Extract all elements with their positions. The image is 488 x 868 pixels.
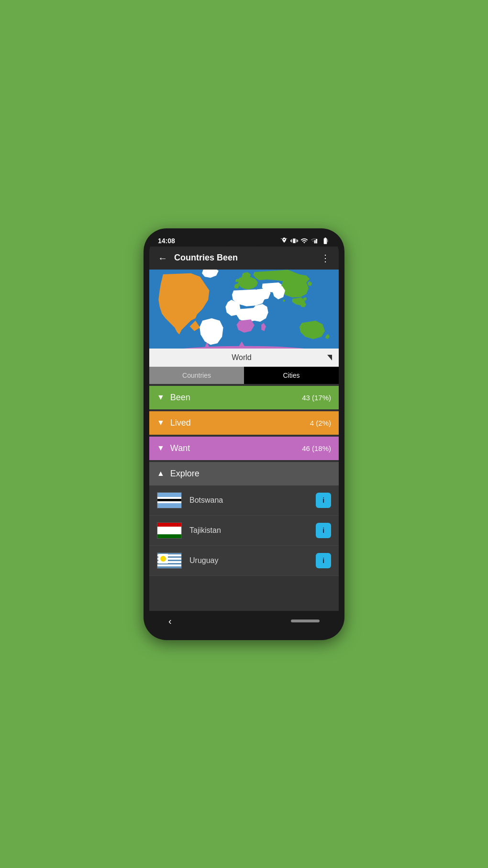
lived-chevron: ▼ (157, 418, 165, 427)
flag-tajikistan (157, 522, 182, 539)
want-count: 46 (18%) (302, 444, 331, 452)
map-svg (149, 270, 339, 349)
been-chevron: ▼ (157, 393, 165, 402)
vibrate-icon (290, 237, 298, 245)
want-chevron: ▼ (157, 444, 165, 452)
world-dropdown-arrow (327, 355, 332, 361)
battery-icon (321, 237, 330, 245)
want-label: Want (170, 443, 302, 453)
app-title: Countries Been (174, 253, 314, 263)
svg-rect-0 (316, 239, 317, 243)
explore-label: Explore (170, 469, 331, 479)
been-label: Been (170, 393, 302, 403)
world-selector-label: World (156, 353, 327, 362)
phone-screen: 14:08 ← Countries Been ⋮ (149, 234, 339, 634)
country-item-botswana[interactable]: Botswana i (149, 485, 339, 516)
alarm-icon (280, 237, 288, 245)
status-time: 14:08 (158, 237, 175, 245)
flag-uruguay (157, 552, 182, 569)
info-icon-tajikistan: i (322, 526, 324, 534)
app-bar: ← Countries Been ⋮ (149, 247, 339, 270)
country-name-botswana: Botswana (189, 496, 316, 505)
info-icon-uruguay: i (322, 556, 324, 564)
tab-cities[interactable]: Cities (244, 367, 339, 384)
phone-frame: 14:08 ← Countries Been ⋮ (144, 228, 344, 640)
notch (222, 235, 266, 246)
world-map[interactable] (149, 270, 339, 349)
info-icon-botswana: i (322, 496, 324, 504)
lived-count: 4 (2%) (310, 419, 331, 427)
category-been[interactable]: ▼ Been 43 (17%) (149, 386, 339, 409)
country-item-tajikistan[interactable]: Tajikistan i (149, 516, 339, 546)
category-want[interactable]: ▼ Want 46 (18%) (149, 437, 339, 460)
status-icons (280, 237, 330, 245)
category-lived[interactable]: ▼ Lived 4 (2%) (149, 411, 339, 435)
info-button-botswana[interactable]: i (316, 493, 331, 508)
country-item-uruguay[interactable]: Uruguay i (149, 546, 339, 576)
tab-bar: Countries Cities (149, 367, 339, 384)
explore-chevron: ▲ (157, 469, 165, 478)
country-name-tajikistan: Tajikistan (189, 526, 316, 535)
svg-rect-1 (314, 240, 316, 243)
lived-label: Lived (170, 418, 310, 428)
flag-botswana (157, 492, 182, 508)
been-count: 43 (17%) (302, 394, 331, 402)
home-indicator[interactable] (291, 620, 320, 622)
content-scroll[interactable]: ▼ Been 43 (17%) ▼ Lived 4 (2%) ▼ Want 46… (149, 384, 339, 611)
country-name-uruguay: Uruguay (189, 556, 316, 565)
tab-countries[interactable]: Countries (149, 367, 244, 384)
world-selector[interactable]: World (149, 349, 339, 367)
info-button-uruguay[interactable]: i (316, 553, 331, 568)
bottom-back-button[interactable]: ‹ (168, 616, 172, 627)
info-button-tajikistan[interactable]: i (316, 523, 331, 538)
bottom-nav: ‹ (149, 611, 339, 634)
back-button[interactable]: ← (156, 251, 169, 265)
menu-button[interactable]: ⋮ (319, 251, 332, 265)
signal-icon (311, 237, 318, 245)
category-explore[interactable]: ▲ Explore (149, 462, 339, 485)
wifi-icon (300, 237, 308, 245)
